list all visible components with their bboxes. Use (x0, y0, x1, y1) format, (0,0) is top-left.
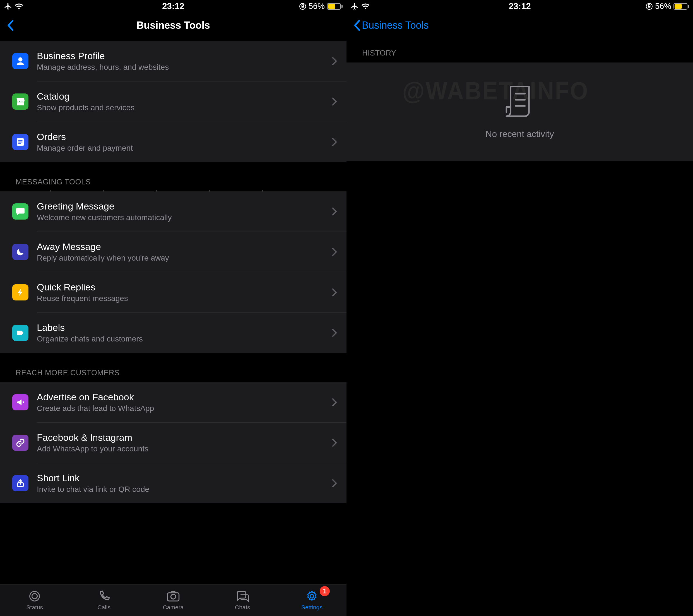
chevron-right-icon (332, 329, 337, 337)
section-header-history: HISTORY (346, 38, 693, 62)
row-orders[interactable]: Orders Manage order and payment (0, 122, 346, 162)
chevron-right-icon (332, 248, 337, 256)
chevron-right-icon (332, 97, 337, 106)
tab-calls[interactable]: Calls (69, 584, 138, 616)
svg-point-17 (310, 594, 314, 598)
orientation-lock-icon (299, 3, 306, 10)
row-business-profile[interactable]: Business Profile Manage address, hours, … (0, 41, 346, 81)
page-title: Business Tools (0, 20, 346, 31)
moon-icon (12, 244, 28, 260)
history-empty-state: @WABETAINFO No recent activity (346, 62, 693, 161)
nav-header: Business Tools (346, 13, 693, 38)
row-facebook-instagram[interactable]: Facebook & Instagram Add WhatsApp to you… (0, 423, 346, 463)
svg-point-14 (32, 593, 37, 599)
chevron-right-icon (332, 479, 337, 488)
svg-rect-4 (18, 140, 23, 141)
tab-label: Chats (235, 604, 250, 611)
row-subtitle: Reuse frequent messages (37, 294, 326, 303)
orders-icon (12, 134, 28, 150)
row-quick-replies[interactable]: Quick Replies Reuse frequent messages (0, 272, 346, 313)
receipt-icon (504, 84, 535, 121)
notification-badge: 1 (320, 586, 330, 596)
row-subtitle: Create ads that lead to WhatsApp (37, 403, 326, 413)
svg-point-13 (30, 591, 40, 601)
battery-icon (327, 3, 342, 10)
profile-icon (12, 53, 28, 69)
svg-rect-5 (18, 142, 23, 143)
section-header-reach: REACH MORE CUSTOMERS (0, 353, 346, 382)
chevron-right-icon (332, 138, 337, 146)
status-time: 23:12 (346, 1, 693, 12)
svg-rect-1 (302, 5, 304, 7)
battery-percent-label: 56% (655, 2, 671, 11)
status-bar: 23:12 56% (346, 0, 693, 13)
tab-status[interactable]: Status (0, 584, 69, 616)
row-title: Labels (37, 322, 326, 333)
row-labels[interactable]: Labels Organize chats and customers (0, 313, 346, 353)
row-away-message[interactable]: Away Message Reply automatically when yo… (0, 232, 346, 272)
row-subtitle: Reply automatically when you're away (37, 253, 326, 263)
message-icon (12, 203, 28, 220)
status-icon (27, 590, 42, 602)
row-title: Business Profile (37, 50, 326, 62)
status-bar: 23:12 56% (0, 0, 346, 13)
back-label: Business Tools (362, 20, 429, 31)
section-header-messaging: MESSAGING TOOLS (0, 162, 346, 192)
phone-right: 23:12 56% Business Tools HISTORY (346, 0, 693, 616)
status-time: 23:12 (0, 1, 346, 12)
svg-rect-6 (18, 143, 21, 144)
battery-icon (673, 3, 689, 10)
back-button[interactable] (7, 17, 19, 34)
tab-chats[interactable]: Chats (208, 584, 277, 616)
row-short-link[interactable]: Short Link Invite to chat via link or QR… (0, 463, 346, 503)
empty-state-text: No recent activity (486, 129, 554, 139)
svg-point-16 (171, 594, 176, 599)
row-title: Away Message (37, 241, 326, 253)
label-icon (12, 325, 28, 341)
camera-icon (165, 590, 181, 602)
row-title: Advertise on Facebook (37, 392, 326, 403)
row-subtitle: Invite to chat via link or QR code (37, 484, 326, 494)
back-button[interactable]: Business Tools (354, 20, 429, 31)
row-subtitle: Welcome new customers automatically (37, 213, 326, 222)
orientation-lock-icon (646, 3, 653, 10)
battery-percent-label: 56% (309, 2, 325, 11)
tab-label: Status (26, 604, 43, 611)
row-title: Short Link (37, 472, 326, 484)
row-advertise-facebook[interactable]: Advertise on Facebook Create ads that le… (0, 382, 346, 422)
calls-icon (96, 590, 112, 602)
row-title: Catalog (37, 91, 326, 102)
tab-camera[interactable]: Camera (139, 584, 208, 616)
tab-label: Settings (301, 604, 322, 611)
phone-left: 23:12 56% Business Tools @WABETAINF (0, 0, 346, 616)
list-section: Greeting Message Welcome new customers a… (0, 192, 346, 353)
row-greeting-message[interactable]: Greeting Message Welcome new customers a… (0, 192, 346, 232)
row-title: Orders (37, 131, 326, 143)
chats-icon (235, 590, 250, 602)
row-subtitle: Manage address, hours, and websites (37, 62, 326, 72)
tab-settings[interactable]: 1 Settings (277, 584, 346, 616)
tab-label: Camera (163, 604, 184, 611)
bolt-icon (12, 284, 28, 300)
store-icon (12, 94, 28, 110)
chevron-right-icon (332, 398, 337, 406)
chevron-right-icon (332, 207, 337, 216)
row-subtitle: Show products and services (37, 103, 326, 113)
row-title: Greeting Message (37, 201, 326, 212)
settings-icon (304, 590, 320, 602)
nav-header: Business Tools (0, 13, 346, 38)
list-section: Advertise on Facebook Create ads that le… (0, 382, 346, 503)
row-title: Quick Replies (37, 281, 326, 293)
chevron-right-icon (332, 288, 337, 297)
row-subtitle: Manage order and payment (37, 143, 326, 153)
tab-label: Calls (97, 604, 111, 611)
chevron-right-icon (332, 439, 337, 447)
row-subtitle: Add WhatsApp to your accounts (37, 444, 326, 454)
link-icon (12, 435, 28, 451)
svg-point-2 (18, 58, 23, 62)
row-catalog[interactable]: Catalog Show products and services (0, 81, 346, 122)
megaphone-icon (12, 394, 28, 411)
row-title: Facebook & Instagram (37, 432, 326, 443)
svg-rect-19 (648, 5, 651, 7)
chevron-right-icon (332, 57, 337, 65)
